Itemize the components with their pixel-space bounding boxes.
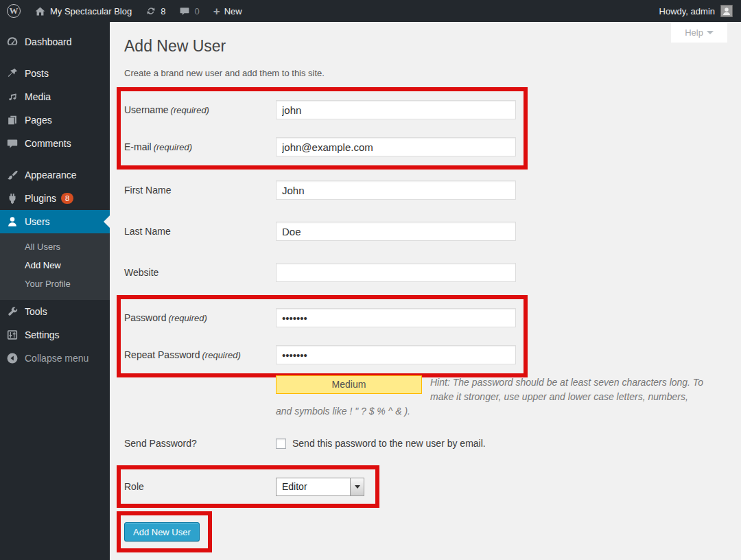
email-row: E-mail(required): [121, 128, 524, 165]
page-title: Add New User: [124, 36, 741, 56]
first-name-label: First Name: [124, 184, 276, 197]
site-name: My Spectacular Blog: [50, 6, 132, 16]
pushpin-icon: [5, 67, 19, 80]
sidebar-item-label: Plugins: [25, 193, 56, 204]
page-subtitle: Create a brand new user and add them to …: [124, 68, 741, 78]
pages-icon: [5, 113, 19, 127]
updates-indicator[interactable]: 8: [139, 0, 172, 22]
sidebar-item-settings[interactable]: Settings: [0, 323, 110, 347]
chevron-down-icon: [707, 31, 714, 34]
email-field[interactable]: [276, 137, 516, 156]
update-count: 8: [161, 6, 165, 16]
home-icon: [34, 5, 46, 17]
paintbrush-icon: [5, 168, 19, 182]
website-label: Website: [124, 266, 276, 279]
password-field[interactable]: [276, 308, 516, 327]
add-new-user-button[interactable]: Add New User: [124, 522, 200, 541]
sidebar-item-collapse-menu[interactable]: Collapse menu: [0, 347, 110, 370]
sidebar-item-label: Users: [25, 216, 50, 227]
new-menu[interactable]: + New: [207, 0, 249, 22]
role-select-value: Editor: [277, 481, 350, 492]
settings-icon: [5, 328, 19, 342]
sidebar-item-label: Media: [25, 91, 51, 102]
add-user-form: Username(required) E-mail(required) Firs…: [117, 87, 741, 552]
sidebar-item-comments[interactable]: Comments: [0, 132, 110, 155]
howdy-account-menu[interactable]: Howdy, admin: [659, 6, 715, 16]
username-row: Username(required): [121, 91, 524, 128]
password-label: Password(required): [124, 312, 276, 325]
sidebar-item-users[interactable]: Users: [0, 210, 110, 233]
avatar[interactable]: [720, 5, 733, 17]
media-icon: [5, 90, 19, 104]
plugin-icon: [5, 191, 19, 205]
username-label: Username(required): [124, 104, 276, 117]
website-row: Website: [117, 252, 741, 293]
send-password-checkbox[interactable]: [276, 439, 286, 449]
admin-sidebar: Dashboard Posts Media Pages Comments App…: [0, 22, 110, 560]
sidebar-item-label: Settings: [25, 329, 60, 340]
last-name-field[interactable]: [276, 222, 516, 241]
first-name-field[interactable]: [276, 180, 516, 200]
wordpress-menu[interactable]: W: [0, 0, 27, 22]
sidebar-item-label: Posts: [25, 68, 49, 79]
comment-count: 0: [194, 6, 199, 16]
repeat-password-row: Repeat Password(required): [121, 336, 524, 373]
annotation-box-role: Role Editor: [117, 465, 379, 508]
annotation-box-submit: Add New User: [117, 511, 212, 552]
repeat-password-field[interactable]: [276, 345, 516, 364]
update-icon: [145, 5, 156, 16]
select-arrow-button[interactable]: [350, 478, 364, 495]
plus-icon: +: [213, 5, 220, 17]
wordpress-logo-icon: W: [7, 4, 21, 18]
submenu-item-add-new[interactable]: Add New: [0, 256, 110, 275]
help-label: Help: [685, 27, 703, 38]
sidebar-item-label: Comments: [25, 138, 71, 149]
password-strength-area: Medium Hint: The password should be at l…: [276, 375, 707, 419]
annotation-box-credentials: Username(required) E-mail(required): [117, 87, 528, 170]
users-icon: [5, 215, 19, 229]
main-content: Help Add New User Create a brand new use…: [110, 22, 741, 560]
comments-icon: [5, 137, 19, 150]
sidebar-item-plugins[interactable]: Plugins 8: [0, 187, 110, 210]
collapse-icon: [5, 351, 19, 365]
dashboard-icon: [5, 35, 19, 49]
site-menu[interactable]: My Spectacular Blog: [27, 0, 139, 22]
chevron-down-icon: [355, 485, 360, 489]
sidebar-item-pages[interactable]: Pages: [0, 108, 110, 132]
annotation-box-passwords: Password(required) Repeat Password(requi…: [117, 295, 528, 377]
comments-indicator[interactable]: 0: [172, 0, 206, 22]
submenu-item-all-users[interactable]: All Users: [0, 237, 110, 256]
submenu-item-your-profile[interactable]: Your Profile: [0, 275, 110, 293]
sidebar-item-appearance[interactable]: Appearance: [0, 163, 110, 187]
sidebar-item-label: Pages: [25, 115, 52, 126]
role-select[interactable]: Editor: [276, 478, 364, 496]
sidebar-item-posts[interactable]: Posts: [0, 62, 110, 85]
send-password-label: Send Password?: [124, 437, 276, 450]
sidebar-item-label: Collapse menu: [25, 353, 89, 364]
sidebar-item-label: Tools: [25, 306, 47, 317]
plugins-update-badge: 8: [61, 193, 73, 204]
first-name-row: First Name: [117, 170, 741, 211]
help-button[interactable]: Help: [671, 22, 727, 43]
last-name-label: Last Name: [124, 225, 276, 238]
send-password-checkbox-label: Send this password to the new user by em…: [292, 438, 486, 449]
website-field[interactable]: [276, 263, 516, 282]
last-name-row: Last Name: [117, 211, 741, 252]
sidebar-item-dashboard[interactable]: Dashboard: [0, 30, 110, 54]
sidebar-item-label: Dashboard: [25, 36, 72, 47]
admin-bar: W My Spectacular Blog 8 0 + New Howdy, a…: [0, 0, 741, 22]
password-row: Password(required): [121, 299, 524, 336]
new-label: New: [224, 6, 242, 16]
wrench-icon: [5, 305, 19, 318]
role-label: Role: [124, 480, 276, 493]
sidebar-item-label: Appearance: [25, 170, 77, 180]
comment-icon: [179, 5, 190, 16]
sidebar-item-tools[interactable]: Tools: [0, 300, 110, 323]
email-label: E-mail(required): [124, 141, 276, 154]
users-submenu: All Users Add New Your Profile: [0, 233, 110, 300]
username-input[interactable]: [276, 100, 516, 119]
repeat-password-label: Repeat Password(required): [124, 349, 276, 362]
sidebar-item-media[interactable]: Media: [0, 85, 110, 108]
password-strength-meter: Medium: [276, 375, 422, 394]
send-password-row: Send Password? Send this password to the…: [117, 432, 741, 454]
